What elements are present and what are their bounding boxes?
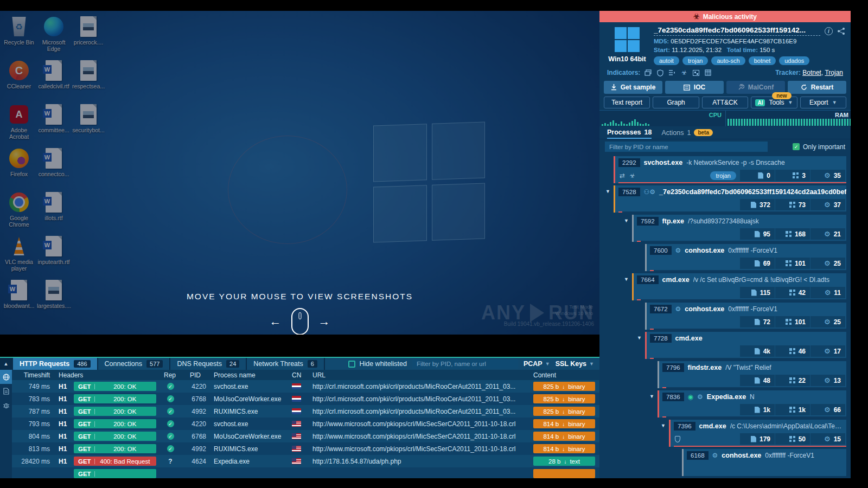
tab-dns-requests[interactable]: DNS Requests24	[170, 358, 246, 370]
share-icon[interactable]	[837, 27, 845, 35]
files-count[interactable]: 95	[740, 228, 775, 240]
modules-count[interactable]: 3	[775, 170, 810, 181]
http-request-row[interactable]: 28420 msH1GET400: Bad Request4624Expedia…	[12, 455, 599, 467]
desktop-icon-word[interactable]: illots.rtf	[37, 189, 71, 233]
desktop-icon-word[interactable]: connectco...	[37, 145, 71, 189]
process-filter-input[interactable]	[605, 142, 768, 152]
tab-connections[interactable]: Connections577	[98, 358, 170, 370]
files-count[interactable]: 48	[740, 375, 775, 386]
collapse-branch-icon[interactable]: ▼	[605, 189, 610, 194]
desktop-icon-image[interactable]: respectsea...	[72, 57, 105, 101]
process-row-7396[interactable]: ▼7396cmd.exe/c C:\Users\admin\AppData\Lo…	[669, 420, 846, 447]
content-badge[interactable]: 825 bbinary	[533, 407, 595, 416]
modules-count[interactable]: 50	[775, 433, 810, 445]
ssl-keys-dropdown[interactable]: SSL Keys▼	[556, 360, 594, 368]
restart-button[interactable]: Restart	[788, 81, 846, 94]
desktop-icon-vlc[interactable]: VLC media player	[2, 233, 36, 277]
tag-autoit[interactable]: autoit	[654, 56, 679, 65]
process-tag[interactable]: trojan	[710, 171, 736, 180]
desktop-icon-firefox[interactable]: Firefox	[2, 145, 36, 189]
pattern-indicator-icon[interactable]	[692, 69, 700, 76]
files-count[interactable]: 115	[740, 287, 775, 298]
content-badge[interactable]: 814 bbinary	[533, 419, 595, 428]
desktop-icon-edge[interactable]: Microsoft Edge	[37, 13, 71, 57]
collapse-branch-icon[interactable]: ▼	[649, 394, 654, 399]
biohazard-indicator-icon[interactable]: ☣	[680, 69, 688, 76]
registry-count[interactable]: 21	[810, 228, 845, 240]
desktop-icon-ccleaner[interactable]: CCCleaner	[2, 57, 36, 101]
export-button[interactable]: Export▼	[800, 97, 846, 108]
sample-name[interactable]: _7e2350cda89ffedc7bd060962533ff159142...	[654, 26, 820, 36]
process-row-7528[interactable]: ▼7528⚇⚙_7e2350cda89ffedc7bd060962533ff15…	[614, 185, 846, 213]
registry-count[interactable]: 13	[810, 375, 845, 386]
tag-trojan[interactable]: trojan	[682, 56, 709, 65]
http-request-row[interactable]: GET	[12, 467, 599, 478]
process-row-7796[interactable]: 7796findstr.exe/V "Twist" Relief482213	[658, 361, 846, 388]
modules-count[interactable]: 101	[775, 258, 810, 269]
modules-count[interactable]: 101	[775, 316, 810, 328]
table-indicator-icon[interactable]	[704, 69, 712, 76]
modules-count[interactable]: 1k	[775, 404, 810, 415]
process-row-6168[interactable]: 6168⚙conhost.exe0xffffffff -ForceV1	[682, 449, 846, 476]
info-icon[interactable]: i	[825, 27, 833, 35]
desktop-icon-image[interactable]: pricerock....	[72, 13, 105, 57]
registry-count[interactable]: 15	[810, 433, 845, 445]
desktop-icon-word[interactable]: calledcivil.rtf	[37, 57, 71, 101]
get-sample-button[interactable]: Get sample	[604, 81, 662, 94]
registry-count[interactable]: 66	[810, 404, 845, 415]
content-badge[interactable]: 814 bbinary	[533, 444, 595, 453]
files-count[interactable]: 179	[740, 433, 775, 445]
collapse-branch-icon[interactable]: ▼	[624, 218, 629, 223]
modules-count[interactable]: 46	[775, 345, 810, 357]
desktop-icon-image[interactable]: securitybot...	[72, 101, 105, 145]
tracker-link-botnet[interactable]: Botnet	[802, 69, 821, 76]
content-badge[interactable]: 825 bbinary	[533, 394, 595, 403]
files-count[interactable]: 0	[740, 170, 775, 181]
collapse-branch-icon[interactable]: ▼	[661, 423, 666, 428]
registry-count[interactable]: 17	[810, 345, 845, 357]
modules-count[interactable]: 73	[775, 199, 810, 210]
process-row-7600[interactable]: 7600⚙conhost.exe0xffffffff -ForceV169101…	[645, 244, 846, 271]
registry-count[interactable]: 11	[810, 287, 845, 298]
files-indicator-icon[interactable]	[644, 69, 652, 76]
collapse-branch-icon[interactable]: ▼	[637, 335, 642, 341]
tab-network-threats[interactable]: Network Threats6	[247, 358, 324, 370]
content-badge[interactable]: 825 bbinary	[533, 382, 595, 391]
http-request-row[interactable]: 783 msH1GET200: OK6768MoUsoCoreWorker.ex…	[12, 393, 599, 405]
files-count[interactable]: 69	[740, 258, 775, 269]
content-badge[interactable]	[533, 469, 595, 478]
tag-auto-sch[interactable]: auto-sch	[711, 56, 745, 65]
files-count[interactable]: 1k	[740, 404, 775, 415]
desktop-icon-recycle[interactable]: Recycle Bin	[2, 13, 36, 57]
content-badge[interactable]: 814 bbinary	[533, 432, 595, 441]
files-count[interactable]: 4k	[740, 345, 775, 357]
process-row-7836[interactable]: ▼7836◉⚙Expedia.exeN1k1k66	[658, 390, 846, 418]
registry-count[interactable]: 35	[810, 170, 845, 181]
tab-actions[interactable]: Actions1 beta	[661, 126, 713, 139]
registry-count[interactable]: 25	[810, 258, 845, 269]
collapse-panel-button[interactable]: ▲	[0, 358, 12, 370]
network-filter-input[interactable]	[412, 359, 518, 369]
process-row-7592[interactable]: ▼7592ftp.exe/?suhd8937273488uajsk9516821	[632, 215, 846, 242]
registry-count[interactable]: 25	[810, 316, 845, 328]
pcap-dropdown[interactable]: PCAP▼	[524, 360, 550, 368]
http-request-row[interactable]: 804 msH1GET200: OK6768MoUsoCoreWorker.ex…	[12, 430, 599, 442]
tracker-link-trojan[interactable]: Trojan	[825, 69, 843, 76]
process-row-2292[interactable]: 2292svchost.exe-k NetworkService -p -s D…	[614, 156, 846, 183]
process-row-7672[interactable]: 7672⚙conhost.exe0xffffffff -ForceV172101…	[645, 303, 846, 330]
modules-count[interactable]: 42	[775, 287, 810, 298]
tag-botnet[interactable]: botnet	[749, 56, 776, 65]
modules-count[interactable]: 22	[775, 375, 810, 386]
tag-udados[interactable]: udados	[779, 56, 809, 65]
only-important-checkbox[interactable]: Only important	[793, 143, 845, 151]
shield-indicator-icon[interactable]	[656, 69, 664, 76]
graph-button[interactable]: Graph	[653, 97, 699, 108]
list-indicator-icon[interactable]	[668, 69, 676, 76]
tools-button[interactable]: AI Tools▼ new	[751, 97, 797, 108]
registry-count[interactable]: 37	[810, 199, 845, 210]
http-request-row[interactable]: 793 msH1GET200: OK4220svchost.exehttp://…	[12, 418, 599, 430]
desktop-icon-word[interactable]: committee...	[37, 101, 71, 145]
ioc-button[interactable]: IOC	[665, 81, 724, 94]
collapse-branch-icon[interactable]: ▼	[624, 277, 629, 282]
attack-button[interactable]: ATT&CK	[702, 97, 748, 108]
